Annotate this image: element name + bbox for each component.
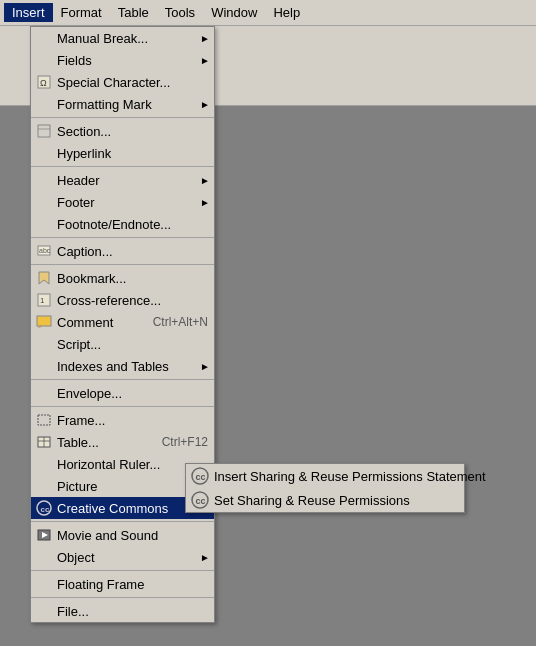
svg-marker-10 bbox=[39, 326, 42, 328]
menu-bar: Insert Format Table Tools Window Help bbox=[0, 0, 536, 26]
menu-item-section[interactable]: Section... bbox=[31, 120, 214, 142]
creative-commons-submenu: cc Insert Sharing & Reuse Permissions St… bbox=[185, 463, 465, 513]
fields-label: Fields bbox=[57, 53, 92, 68]
menu-item-frame[interactable]: Frame... bbox=[31, 409, 214, 431]
special-char-label: Special Character... bbox=[57, 75, 170, 90]
svg-text:Ω: Ω bbox=[40, 78, 47, 88]
fields-arrow: ► bbox=[200, 55, 210, 66]
set-sharing-icon: cc bbox=[190, 490, 210, 510]
object-label: Object bbox=[57, 550, 95, 565]
menu-item-comment[interactable]: Comment Ctrl+Alt+N bbox=[31, 311, 214, 333]
separator-8 bbox=[31, 570, 214, 571]
menu-item-cross-reference[interactable]: 1 Cross-reference... bbox=[31, 289, 214, 311]
manual-break-label: Manual Break... bbox=[57, 31, 148, 46]
caption-icon: abc bbox=[35, 242, 53, 260]
svg-text:cc: cc bbox=[196, 472, 206, 482]
menu-item-indexes-tables[interactable]: Indexes and Tables ► bbox=[31, 355, 214, 377]
submenu-item-insert-sharing[interactable]: cc Insert Sharing & Reuse Permissions St… bbox=[186, 464, 464, 488]
submenu-item-set-sharing[interactable]: cc Set Sharing & Reuse Permissions bbox=[186, 488, 464, 512]
menu-item-table[interactable]: Table bbox=[110, 3, 157, 22]
menu-item-window[interactable]: Window bbox=[203, 3, 265, 22]
menu-item-footer[interactable]: Footer ► bbox=[31, 191, 214, 213]
menu-item-script[interactable]: Script... bbox=[31, 333, 214, 355]
creative-commons-icon: cc bbox=[35, 499, 53, 517]
svg-text:1: 1 bbox=[40, 296, 45, 305]
insert-sharing-label: Insert Sharing & Reuse Permissions State… bbox=[214, 469, 486, 484]
menu-item-tools[interactable]: Tools bbox=[157, 3, 203, 22]
separator-5 bbox=[31, 379, 214, 380]
menu-item-formatting-mark[interactable]: Formatting Mark ► bbox=[31, 93, 214, 115]
insert-sharing-icon: cc bbox=[190, 466, 210, 486]
table-insert-icon bbox=[35, 433, 53, 451]
comment-shortcut: Ctrl+Alt+N bbox=[133, 315, 208, 329]
separator-4 bbox=[31, 264, 214, 265]
envelope-label: Envelope... bbox=[57, 386, 122, 401]
menu-item-manual-break[interactable]: Manual Break... ► bbox=[31, 27, 214, 49]
movie-icon bbox=[35, 526, 53, 544]
frame-icon bbox=[35, 411, 53, 429]
set-sharing-label: Set Sharing & Reuse Permissions bbox=[214, 493, 410, 508]
hyperlink-label: Hyperlink bbox=[57, 146, 111, 161]
svg-rect-9 bbox=[37, 316, 51, 326]
svg-rect-11 bbox=[38, 415, 50, 425]
special-char-icon: Ω bbox=[35, 73, 53, 91]
script-label: Script... bbox=[57, 337, 101, 352]
menu-item-bookmark[interactable]: Bookmark... bbox=[31, 267, 214, 289]
caption-label: Caption... bbox=[57, 244, 113, 259]
indexes-tables-arrow: ► bbox=[200, 361, 210, 372]
bookmark-label: Bookmark... bbox=[57, 271, 126, 286]
header-arrow: ► bbox=[200, 175, 210, 186]
insert-dropdown-menu: Manual Break... ► Fields ► Ω Special Cha… bbox=[30, 26, 215, 623]
formatting-mark-label: Formatting Mark bbox=[57, 97, 152, 112]
svg-text:abc: abc bbox=[39, 247, 51, 254]
menu-item-special-char[interactable]: Ω Special Character... bbox=[31, 71, 214, 93]
menu-item-file[interactable]: File... bbox=[31, 600, 214, 622]
cross-ref-icon: 1 bbox=[35, 291, 53, 309]
separator-1 bbox=[31, 117, 214, 118]
svg-text:cc: cc bbox=[41, 505, 50, 514]
svg-rect-2 bbox=[38, 125, 50, 137]
bookmark-icon bbox=[35, 269, 53, 287]
manual-break-arrow: ► bbox=[200, 33, 210, 44]
movie-sound-label: Movie and Sound bbox=[57, 528, 158, 543]
svg-text:cc: cc bbox=[196, 496, 206, 506]
comment-label: Comment bbox=[57, 315, 113, 330]
separator-6 bbox=[31, 406, 214, 407]
section-label: Section... bbox=[57, 124, 111, 139]
separator-9 bbox=[31, 597, 214, 598]
menu-item-header[interactable]: Header ► bbox=[31, 169, 214, 191]
menu-item-movie-sound[interactable]: Movie and Sound bbox=[31, 524, 214, 546]
menu-item-hyperlink[interactable]: Hyperlink bbox=[31, 142, 214, 164]
creative-commons-label: Creative Commons bbox=[57, 501, 168, 516]
separator-2 bbox=[31, 166, 214, 167]
section-icon bbox=[35, 122, 53, 140]
object-arrow: ► bbox=[200, 552, 210, 563]
picture-label: Picture bbox=[57, 479, 97, 494]
cross-reference-label: Cross-reference... bbox=[57, 293, 161, 308]
footer-arrow: ► bbox=[200, 197, 210, 208]
separator-3 bbox=[31, 237, 214, 238]
header-label: Header bbox=[57, 173, 100, 188]
horizontal-ruler-label: Horizontal Ruler... bbox=[57, 457, 160, 472]
frame-label: Frame... bbox=[57, 413, 105, 428]
menu-item-table-insert[interactable]: Table... Ctrl+F12 bbox=[31, 431, 214, 453]
menu-item-insert[interactable]: Insert bbox=[4, 3, 53, 22]
indexes-tables-label: Indexes and Tables bbox=[57, 359, 169, 374]
floating-frame-label: Floating Frame bbox=[57, 577, 144, 592]
footnote-label: Footnote/Endnote... bbox=[57, 217, 171, 232]
menu-item-footnote[interactable]: Footnote/Endnote... bbox=[31, 213, 214, 235]
footer-label: Footer bbox=[57, 195, 95, 210]
menu-item-help[interactable]: Help bbox=[265, 3, 308, 22]
menu-item-object[interactable]: Object ► bbox=[31, 546, 214, 568]
separator-7 bbox=[31, 521, 214, 522]
table-insert-label: Table... bbox=[57, 435, 99, 450]
file-label: File... bbox=[57, 604, 89, 619]
menu-item-fields[interactable]: Fields ► bbox=[31, 49, 214, 71]
svg-marker-6 bbox=[39, 272, 49, 284]
table-shortcut: Ctrl+F12 bbox=[142, 435, 208, 449]
menu-item-format[interactable]: Format bbox=[53, 3, 110, 22]
formatting-mark-arrow: ► bbox=[200, 99, 210, 110]
menu-item-caption[interactable]: abc Caption... bbox=[31, 240, 214, 262]
menu-item-floating-frame[interactable]: Floating Frame bbox=[31, 573, 214, 595]
menu-item-envelope[interactable]: Envelope... bbox=[31, 382, 214, 404]
